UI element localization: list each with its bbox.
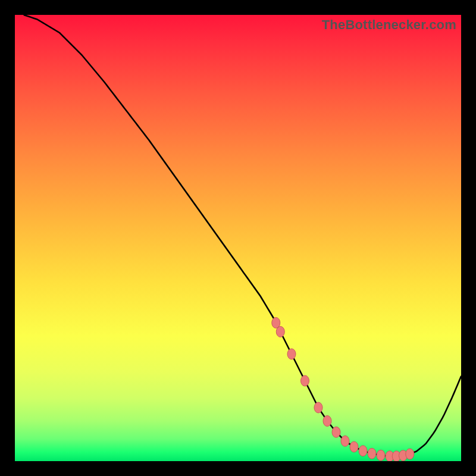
optimal-marker — [377, 450, 385, 461]
optimal-marker — [287, 349, 296, 359]
optimal-marker — [406, 449, 414, 459]
optimal-markers — [272, 318, 414, 462]
optimal-marker — [359, 446, 367, 456]
chart-gradient-area: TheBottlenecker.com — [15, 15, 461, 461]
chart-svg — [15, 15, 461, 461]
optimal-marker — [314, 402, 322, 413]
optimal-marker — [323, 416, 331, 427]
bottleneck-curve — [24, 15, 461, 456]
optimal-marker — [368, 448, 376, 459]
optimal-marker — [350, 441, 358, 452]
optimal-marker — [276, 327, 284, 337]
optimal-marker — [301, 375, 309, 386]
optimal-marker — [341, 436, 349, 446]
optimal-marker — [332, 427, 340, 437]
